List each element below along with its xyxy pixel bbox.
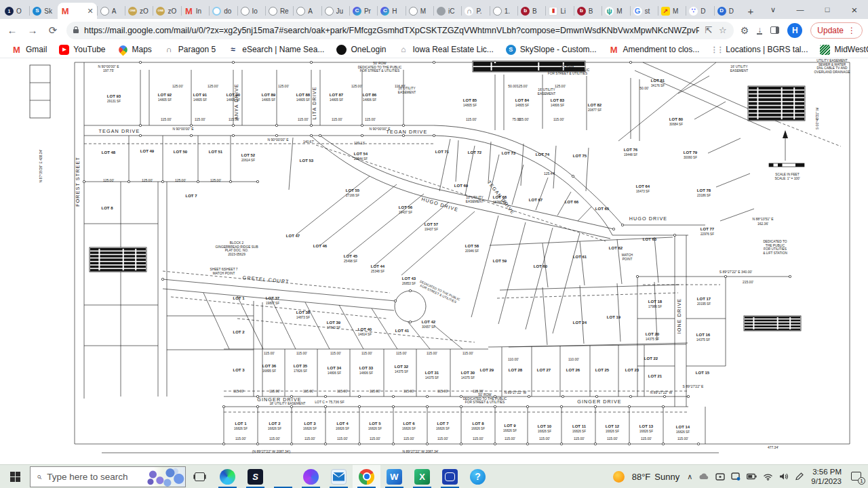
svg-text:LOT 75: LOT 75 [573,154,587,158]
bookmark-amendment-to-clos[interactable]: MAmendment to clos... [604,43,705,56]
taskbar-edge-button[interactable] [214,465,241,488]
bookmark-gmail[interactable]: MGmail [7,43,52,56]
browser-menu-icon[interactable]: ⋮ [848,26,856,35]
svg-text:LOT 26: LOT 26 [566,368,580,372]
taskbar-chrome-button[interactable] [353,465,380,488]
start-button[interactable] [0,465,30,488]
wifi-icon[interactable] [763,473,773,481]
browser-tab[interactable]: Re [265,3,293,19]
browser-tab[interactable]: do [209,3,237,19]
meet-now-icon[interactable] [715,472,725,481]
svg-text:197.75': 197.75' [103,68,114,73]
browser-tab[interactable]: M [406,3,433,19]
weather-sun-icon[interactable] [613,471,625,483]
browser-tab[interactable]: ψM [601,3,629,19]
midwestone-bookmark-icon [820,45,830,55]
svg-text:25498 SF: 25498 SF [344,260,357,263]
browser-tab[interactable]: MIn [181,3,209,19]
pen-icon[interactable] [795,472,804,481]
forward-button[interactable]: → [26,24,39,36]
bookmark-midwestone[interactable]: MidWestOne [815,43,868,56]
svg-text:14375 SF: 14375 SF [425,376,439,380]
svg-text:LOT 31: LOT 31 [425,371,439,375]
browser-tab[interactable]: ∵D [686,3,713,19]
svg-text:115.00': 115.00' [427,351,437,355]
bookmark-iowa-real-estate-lic[interactable]: ⌂Iowa Real Estate Lic... [393,43,498,56]
browser-tab[interactable]: Ju [321,3,349,19]
padlock-icon[interactable] [73,29,79,33]
profile-avatar[interactable]: H [787,23,802,38]
svg-text:LOT 76: LOT 76 [624,148,638,152]
browser-tab[interactable]: ONEzO [125,3,153,19]
bookmark-skyslope-custom[interactable]: SSkySlope - Custom... [501,43,601,56]
svg-text:LOT 63: LOT 63 [643,237,657,241]
svg-text:14375 SF: 14375 SF [696,338,710,342]
browser-tab[interactable]: bB [574,3,601,19]
taskbar-clock[interactable]: 3:56 PM 9/1/2023 [811,467,842,487]
browser-tab[interactable]: Io [237,3,265,19]
url-text[interactable]: https://mail.google.com/mail/u/0/?zx=xg2… [84,26,699,35]
browser-tab[interactable]: DD [714,3,742,19]
svg-text:LOT 8: LOT 8 [101,206,113,210]
bookmark-paragon-5[interactable]: ∩Paragon 5 [159,43,220,56]
browser-tab[interactable]: ∩P. [461,3,489,19]
bookmark-youtube[interactable]: ▶YouTube [54,43,110,56]
volume-icon[interactable] [779,472,789,481]
downloads-icon[interactable]: ↓ [757,26,762,35]
side-panel-icon[interactable] [770,26,779,34]
bookmark-esearch-name-sea[interactable]: ≈eSearch | Name Sea... [223,43,329,56]
browser-tab[interactable]: 1. [490,3,517,19]
browser-tab[interactable]: A [97,3,125,19]
update-button[interactable]: Update ⋮ [810,22,863,39]
bookmark-star-icon[interactable]: ☆ [719,25,727,35]
browser-tab[interactable]: CH [377,3,405,19]
taskbar-excel-button[interactable]: X [408,465,436,488]
bookmark-onelogin[interactable]: OneLogin [332,43,391,56]
tab-label: Ju [336,7,346,15]
close-button[interactable]: × [841,4,868,16]
battery-icon[interactable] [747,473,757,480]
taskbar-mail-button[interactable] [325,465,353,488]
browser-tab[interactable]: SSk [29,3,57,19]
browser-tab[interactable]: ↗M [658,3,686,19]
taskbar-paragon-button[interactable] [297,465,325,488]
browser-tab[interactable]: 1O [1,3,29,19]
browser-tab[interactable]: iC [433,3,461,19]
taskbar-task-view-button[interactable] [186,465,214,488]
minimize-button[interactable]: — [787,5,814,14]
taskbar-help-button[interactable]: ? [464,465,492,488]
onedrive-cloud-icon[interactable] [698,472,709,481]
address-bar[interactable]: https://mail.google.com/mail/u/0/?zx=xg2… [66,22,734,39]
browser-tab[interactable]: CPr [349,3,377,19]
notification-center[interactable]: 1 [851,472,863,482]
taskbar-word-button[interactable]: W [380,465,408,488]
tab-search-icon[interactable]: ∨ [760,5,787,14]
back-button[interactable]: ← [5,24,19,36]
svg-text:16826 SF: 16826 SF [368,427,382,430]
teams-icon[interactable] [731,472,741,481]
browser-tab[interactable]: A [293,3,321,19]
svg-text:16826 SF: 16826 SF [336,427,349,430]
search-highlight-image[interactable] [146,467,185,487]
taskbar-forms-button[interactable] [436,465,464,488]
tab-gmail-active[interactable]: M✕ [58,3,97,19]
browser-tab[interactable]: Gst [630,3,658,19]
tray-expand-icon[interactable]: ∧ [687,472,692,481]
new-tab-button[interactable]: + [742,3,760,19]
browser-tab[interactable]: ▮Li [545,3,573,19]
svg-text:125.00': 125.00' [555,84,566,88]
extensions-icon[interactable]: ⚙ [741,25,749,36]
svg-text:LOT 60: LOT 60 [534,264,548,268]
share-icon[interactable]: ⇱ [705,25,712,35]
tab-close-icon[interactable]: ✕ [87,7,94,16]
reload-button[interactable]: ⟳ [46,24,60,37]
taskbar-file-explorer-button[interactable] [269,465,297,488]
taskbar-skyslope-button[interactable]: S [241,465,269,488]
browser-tab[interactable]: ONEzO [153,3,180,19]
taskbar-search-input[interactable]: ⌕ Type here to search [30,466,186,487]
browser-tab[interactable]: bB [517,3,545,19]
maximize-button[interactable]: □ [814,5,841,14]
bookmark-locations-bgrs-tal[interactable]: ⋮⋮Locations | BGRS tal... [707,43,812,56]
bookmark-maps[interactable]: Maps [113,43,157,56]
weather-widget[interactable]: 88°F Sunny [632,472,679,482]
